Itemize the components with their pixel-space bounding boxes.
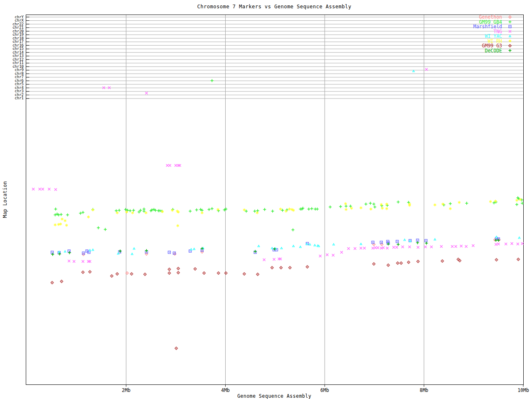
legend-markers (509, 16, 512, 52)
series-genethon (82, 239, 500, 275)
legend-label-decode: DeCODE (485, 48, 502, 53)
x-tick-label-2mb: 2Mb (113, 387, 138, 393)
x-axis-title: Genome Sequence Assembly (0, 393, 532, 399)
chart-canvas: Chromosome 7 Markers vs Genome Sequence … (0, 0, 532, 399)
y-tick-label-chr1: chr1 (0, 96, 24, 100)
plot-area (0, 0, 532, 399)
x-tick-label-10mb: 10Mb (511, 387, 532, 393)
x-tick-label-8mb: 8Mb (411, 387, 436, 393)
x-tick-label-4mb: 4Mb (213, 387, 238, 393)
series-wi-yac (58, 70, 521, 255)
series-wi-rh (54, 198, 522, 227)
x-tick-label-6mb: 6Mb (312, 387, 337, 393)
y-axis-ticks (26, 17, 30, 99)
x-axis-ticks (126, 385, 523, 387)
chromosome-lines (27, 17, 523, 99)
y-axis-title: Map Location (2, 181, 8, 218)
series-tng (32, 68, 523, 263)
series-gm99-g3 (51, 258, 520, 350)
chart-title: Chromosome 7 Markers vs Genome Sequence … (0, 4, 532, 10)
